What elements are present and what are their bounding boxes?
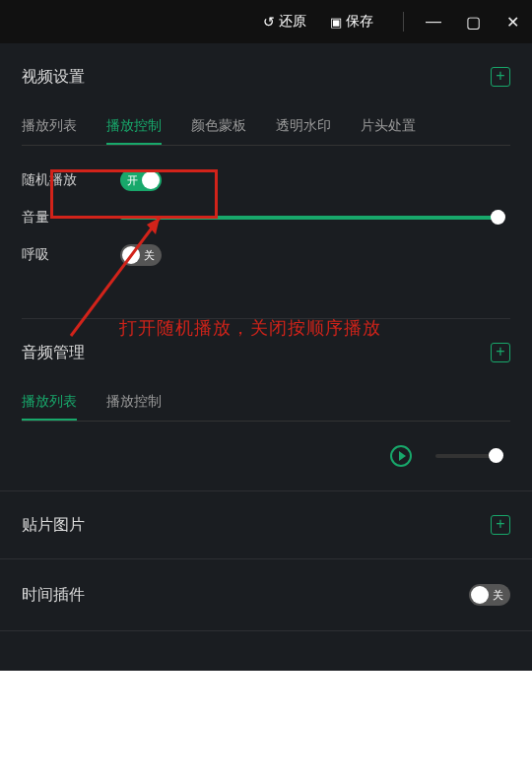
add-button[interactable]: + [491, 515, 510, 535]
shuffle-row: 随机播放 开 [22, 162, 510, 199]
toggle-knob [142, 171, 160, 189]
tab-audio-control[interactable]: 播放控制 [106, 386, 162, 421]
save-icon: ▣ [330, 15, 342, 30]
video-settings-title: 视频设置 [22, 67, 85, 88]
add-button[interactable]: + [491, 67, 510, 87]
sticker-title: 贴片图片 [22, 515, 85, 536]
toggle-knob [471, 586, 489, 604]
video-tabs: 播放列表 播放控制 颜色蒙板 透明水印 片头处置 [22, 110, 510, 146]
time-toggle[interactable]: 关 [469, 584, 510, 606]
sticker-header: 贴片图片 + [22, 491, 510, 558]
tab-watermark[interactable]: 透明水印 [276, 110, 331, 145]
play-icon[interactable] [390, 445, 412, 467]
slider-knob[interactable] [491, 210, 505, 225]
time-title: 时间插件 [22, 585, 85, 606]
tab-audio-playlist[interactable]: 播放列表 [22, 386, 77, 421]
video-settings-header: 视频设置 + [22, 43, 510, 110]
tab-play-control[interactable]: 播放控制 [106, 110, 162, 145]
close-button[interactable]: ✕ [493, 13, 532, 32]
shuffle-toggle[interactable]: 开 [120, 169, 162, 191]
annotation-text: 打开随机播放，关闭按顺序播放 [119, 316, 381, 340]
slider-knob[interactable] [489, 448, 503, 463]
audio-slider[interactable] [435, 454, 499, 458]
tab-color-mask[interactable]: 颜色蒙板 [191, 110, 246, 145]
save-button[interactable]: ▣保存 [330, 13, 373, 31]
minimize-button[interactable]: — [414, 13, 453, 31]
tab-intro[interactable]: 片头处置 [361, 110, 416, 145]
separator [403, 12, 404, 32]
time-plugin-row: 时间插件 关 [22, 559, 510, 630]
add-button[interactable]: + [491, 343, 510, 362]
audio-tabs: 播放列表 播放控制 [22, 386, 510, 422]
shuffle-label: 随机播放 [22, 171, 120, 189]
titlebar: ↺还原 ▣保存 — ▢ ✕ [0, 0, 532, 43]
tab-playlist[interactable]: 播放列表 [22, 110, 77, 145]
maximize-button[interactable]: ▢ [453, 13, 493, 32]
undo-icon: ↺ [263, 14, 275, 30]
restore-button[interactable]: ↺还原 [263, 13, 306, 31]
audio-controls [22, 422, 510, 490]
